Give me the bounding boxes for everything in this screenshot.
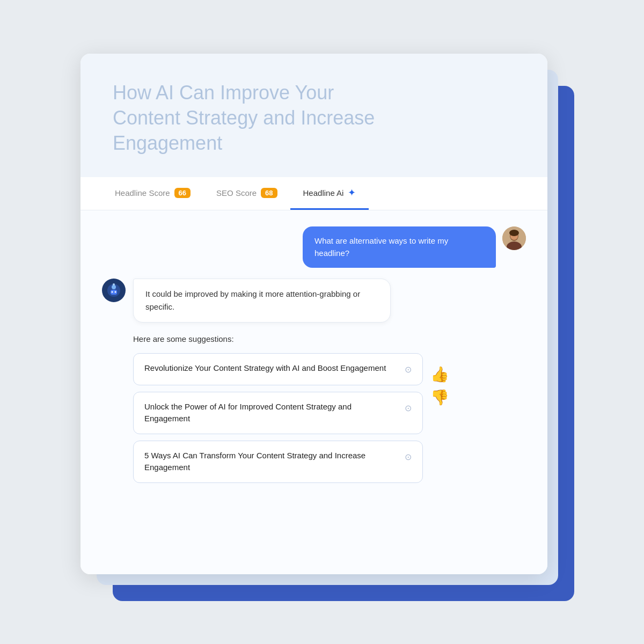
user-message-bubble: What are alternative ways to write my he… [303, 226, 496, 268]
svg-point-9 [115, 291, 116, 293]
tab-headline-score-label: Headline Score [115, 188, 170, 197]
ai-response-bubble: It could be improved by making it more a… [133, 279, 391, 323]
copy-icon-1[interactable]: ⊙ [405, 363, 412, 376]
svg-point-8 [112, 291, 113, 293]
ai-message-row: It could be improved by making it more a… [102, 279, 526, 323]
user-avatar [502, 226, 526, 250]
thumbs-down-icon[interactable]: 👎 [430, 389, 449, 406]
tab-seo-score[interactable]: SEO Score 68 [203, 178, 290, 209]
user-message-text: What are alternative ways to write my he… [314, 236, 448, 258]
tabs-bar: Headline Score 66 SEO Score 68 Headline … [80, 177, 547, 210]
ai-avatar-icon [105, 282, 122, 299]
suggestion-text-3: 5 Ways AI Can Transform Your Content Str… [144, 450, 399, 474]
article-headline: How AI Can Improve Your Content Strategy… [113, 80, 392, 156]
tab-headline-ai-label: Headline Ai [303, 188, 344, 197]
headline-score-badge: 66 [174, 188, 191, 198]
ai-avatar [102, 279, 126, 302]
chat-area: What are alternative ways to write my he… [80, 210, 547, 574]
thumbs-up-icon[interactable]: 👍 [430, 365, 449, 383]
suggestion-item-1[interactable]: Revolutionize Your Content Strategy with… [133, 353, 423, 385]
svg-point-4 [509, 230, 519, 236]
suggestion-text-2: Unlock the Power of AI for Improved Cont… [144, 401, 399, 425]
headline-area: How AI Can Improve Your Content Strategy… [80, 54, 547, 177]
tab-headline-score[interactable]: Headline Score 66 [102, 178, 203, 209]
suggestion-text-1: Revolutionize Your Content Strategy with… [144, 362, 386, 375]
ai-response-text: It could be improved by making it more a… [145, 289, 360, 311]
suggestions-with-feedback: Here are some suggestions: Revolutionize… [102, 333, 526, 489]
main-card: How AI Can Improve Your Content Strategy… [80, 54, 547, 574]
tab-seo-score-label: SEO Score [216, 188, 257, 197]
user-avatar-image [502, 226, 526, 250]
suggestions-label: Here are some suggestions: [133, 333, 423, 346]
scene: How AI Can Improve Your Content Strategy… [80, 54, 564, 590]
seo-score-badge: 68 [261, 188, 277, 198]
feedback-icons: 👍 👎 [430, 333, 449, 406]
suggestion-item-2[interactable]: Unlock the Power of AI for Improved Cont… [133, 392, 423, 434]
svg-point-11 [113, 283, 115, 286]
user-message-row: What are alternative ways to write my he… [102, 226, 526, 268]
sparkle-icon: ✦ [348, 187, 356, 199]
tab-headline-ai[interactable]: Headline Ai ✦ [290, 177, 369, 210]
copy-icon-3[interactable]: ⊙ [405, 451, 412, 464]
copy-icon-2[interactable]: ⊙ [405, 402, 412, 415]
suggestions-outer: Here are some suggestions: Revolutionize… [133, 333, 423, 489]
suggestion-item-3[interactable]: 5 Ways AI Can Transform Your Content Str… [133, 441, 423, 483]
